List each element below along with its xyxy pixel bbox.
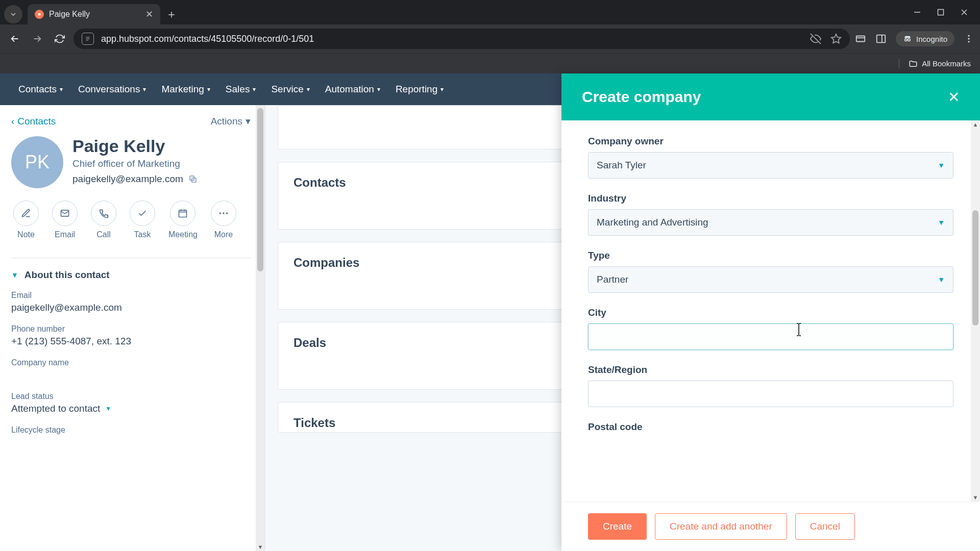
tab-strip: Paige Kelly ✕ ＋ [0, 0, 980, 24]
nav-marketing[interactable]: Marketing▾ [161, 84, 210, 95]
side-panel-icon[interactable] [875, 33, 887, 44]
caret-down-icon: ▼ [105, 405, 111, 412]
company-owner-select[interactable]: Sarah Tyler ▼ [588, 152, 953, 179]
svg-rect-11 [877, 35, 886, 43]
about-section-toggle[interactable]: ▼ About this contact [11, 269, 251, 281]
close-icon[interactable]: ✕ [948, 89, 960, 106]
browser-toolbar: app.hubspot.com/contacts/45105500/record… [0, 24, 980, 53]
copy-icon[interactable] [188, 174, 198, 184]
forward-button[interactable] [29, 30, 46, 47]
address-bar[interactable]: app.hubspot.com/contacts/45105500/record… [74, 29, 850, 49]
state-input[interactable] [588, 381, 953, 407]
company-label: Company name [11, 358, 251, 367]
reload-button[interactable] [51, 30, 68, 47]
nav-reporting[interactable]: Reporting▾ [396, 84, 444, 95]
phone-value[interactable]: +1 (213) 555-4087, ext. 123 [11, 336, 251, 347]
new-tab-button[interactable]: ＋ [163, 6, 180, 22]
svg-rect-9 [856, 36, 865, 42]
actions-dropdown[interactable]: Actions ▾ [211, 115, 251, 127]
nav-service[interactable]: Service▾ [271, 84, 309, 95]
svg-marker-8 [831, 34, 841, 43]
nav-automation[interactable]: Automation▾ [325, 84, 380, 95]
svg-point-14 [908, 39, 911, 41]
scroll-up-icon[interactable]: ▲ [971, 120, 980, 129]
scrollbar-thumb[interactable] [972, 210, 978, 325]
drawer-scrollbar[interactable]: ▲ ▼ [971, 120, 980, 502]
browser-menu-icon[interactable] [964, 34, 974, 44]
svg-point-13 [905, 39, 908, 41]
back-to-contacts-link[interactable]: ‹ Contacts [11, 116, 56, 127]
svg-rect-21 [179, 210, 187, 217]
meeting-action[interactable]: Meeting [168, 201, 198, 239]
note-action[interactable]: Note [13, 201, 39, 239]
call-action[interactable]: Call [91, 201, 116, 239]
window-minimize-icon[interactable] [913, 8, 922, 17]
chevron-down-icon: ▾ [307, 86, 310, 93]
svg-rect-2 [938, 10, 944, 15]
email-value[interactable]: paigekelly@example.com [11, 302, 251, 313]
lead-status-label: Lead status [11, 392, 251, 401]
scroll-down-icon[interactable]: ▼ [256, 543, 265, 551]
cancel-button[interactable]: Cancel [795, 513, 855, 540]
chevron-down-icon: ▾ [440, 86, 444, 93]
industry-select[interactable]: Marketing and Advertising ▼ [588, 209, 953, 236]
tab-close-icon[interactable]: ✕ [145, 9, 153, 20]
drawer-title: Create company [582, 88, 701, 106]
browser-tab[interactable]: Paige Kelly ✕ [28, 4, 160, 24]
browser-chrome: Paige Kelly ✕ ＋ app.hubspot.com/contacts… [0, 0, 980, 73]
contact-email: paigekelly@example.com [72, 173, 183, 185]
drawer-header: Create company ✕ [561, 73, 980, 120]
type-select[interactable]: Partner ▼ [588, 266, 953, 293]
contact-name: Paige Kelly [72, 136, 198, 156]
star-icon[interactable] [830, 33, 842, 44]
app-content: Contacts▾ Conversations▾ Marketing▾ Sale… [0, 73, 980, 551]
chevron-down-icon: ▾ [246, 115, 251, 127]
industry-label: Industry [588, 193, 953, 204]
svg-point-26 [223, 212, 224, 214]
scroll-down-icon[interactable]: ▼ [971, 493, 980, 502]
chevron-down-icon: ▾ [377, 86, 380, 93]
nav-sales[interactable]: Sales▾ [226, 84, 256, 95]
site-info-icon[interactable] [82, 33, 94, 45]
more-action[interactable]: More [211, 201, 236, 239]
bookmarks-bar: All Bookmarks [0, 53, 980, 73]
hubspot-favicon [35, 10, 44, 19]
svg-point-15 [968, 35, 969, 37]
create-company-drawer: Create company ✕ Company owner Sarah Tyl… [561, 73, 980, 551]
eye-off-icon[interactable] [810, 33, 821, 44]
company-owner-label: Company owner [588, 136, 953, 147]
sidebar-scrollbar[interactable]: ▲ ▼ [256, 105, 265, 551]
window-close-icon[interactable] [960, 8, 969, 17]
chevron-down-icon: ▾ [143, 86, 146, 93]
create-button[interactable]: Create [588, 513, 647, 540]
chevron-down-icon: ▾ [253, 86, 256, 93]
caret-down-icon: ▼ [11, 271, 18, 279]
all-bookmarks-button[interactable]: All Bookmarks [909, 59, 971, 68]
state-label: State/Region [588, 364, 953, 375]
svg-point-16 [968, 38, 969, 39]
company-value[interactable] [11, 369, 251, 381]
incognito-badge[interactable]: Incognito [896, 31, 954, 46]
lifecycle-label: Lifecycle stage [11, 425, 251, 435]
contact-job-title: Chief officer of Marketing [72, 158, 198, 169]
tab-title: Paige Kelly [49, 10, 90, 19]
lead-status-value[interactable]: Attempted to contact▼ [11, 403, 251, 414]
email-label: Email [11, 291, 251, 300]
postal-label: Postal code [588, 421, 953, 433]
svg-point-25 [219, 212, 221, 214]
nav-contacts[interactable]: Contacts▾ [18, 84, 63, 95]
caret-down-icon: ▼ [938, 161, 945, 169]
chevron-down-icon: ▾ [207, 86, 210, 93]
window-maximize-icon[interactable] [936, 8, 945, 17]
phone-label: Phone number [11, 324, 251, 334]
nav-conversations[interactable]: Conversations▾ [78, 84, 146, 95]
task-action[interactable]: Task [130, 201, 155, 239]
tab-search-button[interactable] [4, 5, 22, 23]
create-and-add-another-button[interactable]: Create and add another [655, 513, 787, 540]
media-icon[interactable] [855, 33, 866, 44]
back-button[interactable] [6, 30, 23, 47]
city-input[interactable] [588, 323, 953, 350]
scrollbar-thumb[interactable] [257, 108, 263, 271]
email-action[interactable]: Email [52, 201, 78, 239]
caret-down-icon: ▼ [938, 276, 945, 284]
